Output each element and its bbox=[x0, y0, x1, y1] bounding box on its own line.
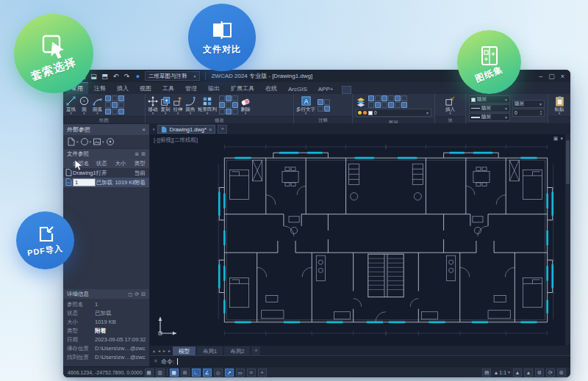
ribbon-mini-icon[interactable] bbox=[105, 102, 111, 108]
ribbon-mini-icon[interactable] bbox=[395, 102, 401, 108]
refresh-button[interactable]: ▾ bbox=[80, 137, 92, 146]
transparency-spinner[interactable]: 0▲▼ bbox=[512, 109, 545, 117]
table-row[interactable]: 已加载 1019 KB 附着 bbox=[63, 178, 149, 187]
save-icon[interactable]: ⬓ bbox=[90, 73, 98, 80]
canvas-corner-tools[interactable]: ▣▾ bbox=[553, 136, 563, 142]
ribbon-mini-icon[interactable] bbox=[388, 102, 394, 108]
tab-manage[interactable]: 管理 bbox=[180, 83, 202, 94]
ribbon-mini-icon[interactable] bbox=[232, 102, 238, 108]
selection-cycling-icon[interactable]: + bbox=[258, 369, 267, 377]
layer-properties-icon[interactable] bbox=[356, 97, 366, 107]
ribbon-mini-icon[interactable] bbox=[368, 95, 374, 101]
ribbon-mini-icon[interactable] bbox=[232, 95, 238, 101]
circle-button[interactable]: 圆▾ bbox=[79, 95, 90, 115]
xref-name-input[interactable] bbox=[73, 178, 96, 186]
ribbon-mini-icon[interactable] bbox=[226, 109, 232, 115]
document-tab[interactable]: Drawing1.dwg* × bbox=[157, 125, 216, 134]
snap-toggle-icon[interactable]: ▦ bbox=[170, 369, 179, 377]
tab-view[interactable]: 视图 bbox=[135, 83, 157, 94]
collapse-pane-icon[interactable]: ⊟ bbox=[141, 291, 146, 297]
model-space-icon[interactable]: ▦ bbox=[145, 369, 154, 377]
annotation-scale-control[interactable]: ▲ 1:1 ▼ bbox=[493, 370, 511, 375]
close-tab-icon[interactable]: × bbox=[209, 126, 212, 133]
undo-icon[interactable]: ↶ bbox=[112, 73, 120, 80]
ribbon-mini-icon[interactable] bbox=[112, 102, 118, 108]
last-layout-icon[interactable]: ▸ bbox=[168, 348, 171, 353]
otrack-toggle-icon[interactable]: ↗ bbox=[225, 369, 234, 377]
ribbon-mini-icon[interactable] bbox=[318, 99, 323, 105]
tab-annotate[interactable]: 注释 bbox=[89, 83, 111, 94]
attach-dwg-button[interactable]: ▾ bbox=[67, 137, 79, 146]
first-layout-icon[interactable]: ▴ bbox=[152, 348, 156, 353]
command-line[interactable]: ✕ 命令: bbox=[150, 355, 570, 366]
fullscreen-icon[interactable]: ⊞ bbox=[557, 369, 566, 377]
attach-image-button[interactable]: ▾ bbox=[93, 137, 104, 146]
list-view-icon[interactable]: ≣ bbox=[135, 151, 139, 157]
ribbon-mini-icon[interactable] bbox=[105, 109, 111, 115]
ribbon-mini-icon[interactable] bbox=[375, 102, 381, 108]
ribbon-mini-icon[interactable] bbox=[395, 95, 401, 101]
annotation-visibility-icon[interactable]: ▲ bbox=[513, 369, 522, 377]
layer-dropdown[interactable]: 0 ▼ bbox=[356, 109, 431, 117]
paste-button[interactable]: 粘贴▾ bbox=[554, 95, 565, 115]
ribbon-mini-icon[interactable] bbox=[368, 102, 374, 108]
ribbon-mini-icon[interactable] bbox=[401, 102, 407, 108]
ribbon-mini-icon[interactable] bbox=[219, 109, 225, 115]
refresh-icon[interactable]: ⟳ bbox=[135, 291, 139, 297]
tab-layout2[interactable]: 布局2 bbox=[224, 346, 250, 355]
tab-model[interactable]: 模型 bbox=[173, 346, 196, 355]
feature-badge-lasso[interactable]: 套索选择 bbox=[14, 14, 93, 93]
ribbon-mini-icon[interactable] bbox=[118, 95, 124, 101]
ribbon-mini-icon[interactable] bbox=[381, 102, 387, 108]
cloud-sync-icon[interactable]: ● bbox=[134, 73, 142, 80]
ribbon-mini-icon[interactable] bbox=[219, 95, 225, 101]
color-dropdown[interactable]: 随层▼ bbox=[469, 95, 510, 104]
ribbon-mini-icon[interactable] bbox=[318, 106, 323, 112]
ortho-toggle-icon[interactable]: ∟ bbox=[192, 369, 201, 377]
ribbon-mini-icon[interactable] bbox=[118, 102, 124, 108]
viewport-icon[interactable]: ▤ bbox=[482, 369, 491, 377]
array-button[interactable]: 矩形阵列▾ bbox=[198, 96, 217, 115]
close-icon[interactable]: × bbox=[142, 126, 146, 133]
move-button[interactable]: 移动▾ bbox=[148, 96, 158, 115]
prev-layout-icon[interactable]: ◂ bbox=[157, 348, 161, 353]
ribbon-mini-icon[interactable] bbox=[324, 106, 330, 112]
tab-insert[interactable]: 插入 bbox=[112, 83, 134, 94]
feature-badge-compare[interactable]: 文件对比 bbox=[188, 4, 256, 71]
ribbon-mini-icon[interactable] bbox=[388, 95, 394, 101]
close-button[interactable]: × bbox=[561, 73, 564, 80]
ribbon-collapse-icon[interactable] bbox=[342, 86, 351, 94]
tab-output[interactable]: 输出 bbox=[203, 83, 225, 94]
lineweight-toggle-icon[interactable]: ▭ bbox=[236, 369, 245, 377]
next-layout-icon[interactable]: ▸ bbox=[162, 348, 166, 353]
dyn-input-toggle-icon[interactable]: ≡ bbox=[247, 369, 256, 377]
plot-icon[interactable]: ⬒ bbox=[101, 73, 109, 80]
drawing-canvas[interactable]: [-][俯视][二维线框] ▣▾ bbox=[150, 134, 570, 345]
viewport-controls[interactable]: [-][俯视][二维线框] bbox=[154, 137, 198, 144]
ribbon-mini-icon[interactable] bbox=[112, 95, 118, 101]
workspace-dropdown[interactable]: 二维草图与注释 ▼ bbox=[145, 71, 200, 81]
tree-view-icon[interactable]: ⊞ bbox=[141, 151, 146, 157]
line-button[interactable]: 直线▾ bbox=[65, 95, 76, 115]
ribbon-mini-icon[interactable] bbox=[112, 109, 118, 115]
fillet-button[interactable]: 圆角▾ bbox=[185, 96, 196, 115]
vertical-scrollbar[interactable] bbox=[565, 134, 570, 345]
copy-button[interactable]: 复制▾ bbox=[160, 96, 171, 115]
ribbon-mini-icon[interactable] bbox=[105, 95, 111, 101]
isolate-objects-icon[interactable]: ⟳ bbox=[546, 369, 555, 377]
mtext-button[interactable]: A 多行文字▾ bbox=[296, 95, 315, 115]
add-layout-button[interactable]: + bbox=[251, 346, 260, 355]
tab-tools[interactable]: 工具 bbox=[157, 83, 179, 94]
feature-badge-pdf-import[interactable]: PDF导入 bbox=[16, 211, 74, 269]
ribbon-mini-icon[interactable] bbox=[401, 95, 407, 101]
tab-layout1[interactable]: 布局1 bbox=[197, 346, 223, 355]
ribbon-mini-icon[interactable] bbox=[381, 95, 387, 101]
polar-toggle-icon[interactable]: ∠ bbox=[203, 369, 212, 377]
osnap-toggle-icon[interactable]: ◎ bbox=[214, 369, 223, 377]
close-command-icon[interactable]: ✕ bbox=[154, 358, 158, 364]
ribbon-mini-icon[interactable] bbox=[226, 95, 232, 101]
ribbon-mini-icon[interactable] bbox=[118, 109, 124, 115]
tab-arcgis[interactable]: ArcGIS bbox=[283, 84, 312, 94]
feature-badge-sheetset[interactable]: 图纸集 bbox=[457, 30, 521, 94]
details-pane-icon[interactable]: ◻ bbox=[128, 291, 132, 297]
